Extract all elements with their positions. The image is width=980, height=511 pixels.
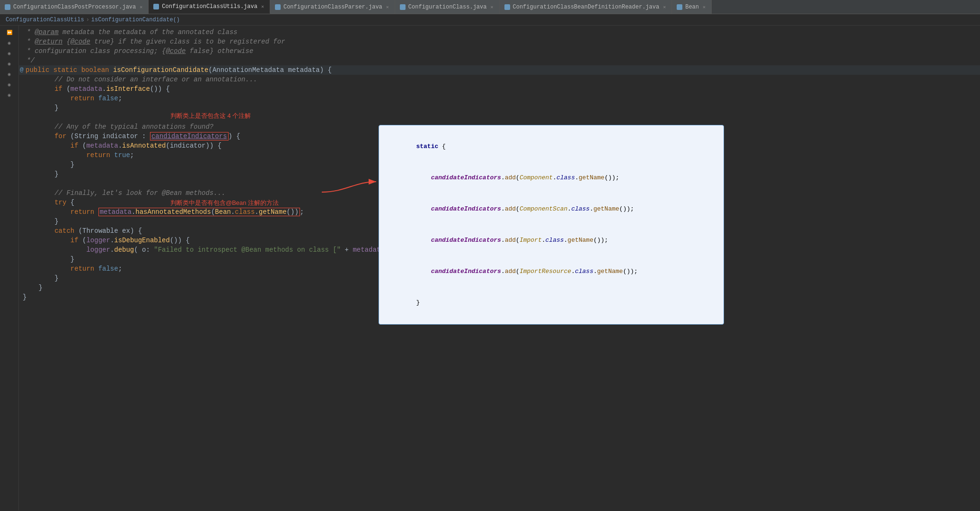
tab-Bean[interactable]: Bean ✕ (672, 0, 712, 14)
tab-label: ConfigurationClassParser.java (283, 4, 382, 10)
tab-close[interactable]: ✕ (260, 4, 265, 9)
tab-label: ConfigurationClassPostProcessor.java (13, 4, 136, 10)
java-file-icon (5, 4, 10, 10)
gutter-icon-7: ◉ (6, 91, 13, 99)
gutter-icon-4: ◉ (6, 60, 13, 68)
breadcrumb-part2: isConfigurationCandidate() (91, 17, 180, 23)
java-file-icon (400, 4, 406, 10)
popup-line-5: candidateIndicators.add(ImportResource.c… (387, 256, 716, 287)
cn-annotation-label-2: 判断类中是否有包含@Bean 注解的方法 (170, 199, 279, 207)
gutter-icon-1: ⏩ (6, 29, 13, 36)
code-line: */ (19, 56, 980, 65)
tab-ConfigurationClassBeanDefinitionReader[interactable]: ConfigurationClassBeanDefinitionReader.j… (500, 0, 672, 14)
popup-line-1: static { (387, 131, 716, 162)
java-file-icon (677, 4, 682, 10)
popup-line-6: } (387, 287, 716, 318)
tab-ConfigurationClassUtils[interactable]: ConfigurationClassUtils.java ✕ (149, 0, 270, 14)
left-gutter: ⏩ ◉ ◉ ◉ ◉ ◉ ◉ (0, 26, 19, 511)
breadcrumb: ConfigurationClassUtils › isConfiguratio… (0, 14, 980, 26)
java-file-icon (153, 4, 159, 9)
popup-line-3: candidateIndicators.add(ComponentScan.cl… (387, 194, 716, 225)
tab-ConfigurationClass[interactable]: ConfigurationClass.java ✕ (395, 0, 500, 14)
tab-ConfigurationClassParser[interactable]: ConfigurationClassParser.java ✕ (270, 0, 395, 14)
tab-close[interactable]: ✕ (489, 4, 494, 10)
gutter-icon-5: ◉ (6, 70, 13, 78)
tab-close[interactable]: ✕ (139, 4, 143, 10)
tab-close[interactable]: ✕ (385, 4, 390, 10)
tab-label: Bean (685, 4, 699, 10)
cn-annotation-label-1: 判断类上是否包含这 4 个注解 (170, 112, 251, 120)
popup-box: static { candidateIndicators.add(Compone… (379, 125, 724, 325)
popup-line-4: candidateIndicators.add(Import.class.get… (387, 225, 716, 256)
editor-container: ⏩ ◉ ◉ ◉ ◉ ◉ ◉ * @param metadata the meta… (0, 26, 980, 511)
gutter-icon-3: ◉ (6, 50, 13, 57)
java-file-icon (275, 4, 281, 10)
tab-close[interactable]: ✕ (702, 4, 706, 10)
tab-label: ConfigurationClass.java (408, 4, 487, 10)
breadcrumb-part1: ConfigurationClassUtils (6, 17, 84, 23)
gutter-icon-2: ◉ (6, 39, 13, 47)
code-line: * configuration class processing; {@code… (19, 46, 980, 56)
gutter-icon-6: ◉ (6, 81, 13, 88)
code-line-method-signature: @ public static boolean isConfigurationC… (19, 65, 980, 75)
code-line (19, 113, 980, 122)
tab-label: ConfigurationClassBeanDefinitionReader.j… (513, 4, 660, 10)
popup-line-2: candidateIndicators.add(Component.class.… (387, 162, 716, 194)
code-line: if (metadata.isInterface()) { (19, 84, 980, 94)
breadcrumb-sep: › (86, 17, 89, 23)
code-line: * @param metadata the metadata of the an… (19, 27, 980, 37)
tab-close[interactable]: ✕ (662, 4, 667, 10)
code-line: return false; (19, 94, 980, 103)
code-line: // Do not consider an interface or an an… (19, 75, 980, 84)
code-line: * @return {@code true} if the given clas… (19, 37, 980, 46)
java-file-icon (504, 4, 510, 10)
tab-bar: ConfigurationClassPostProcessor.java ✕ C… (0, 0, 980, 14)
tab-ConfigurationClassPostProcessor[interactable]: ConfigurationClassPostProcessor.java ✕ (0, 0, 149, 14)
code-area[interactable]: * @param metadata the metadata of the an… (19, 26, 980, 511)
code-line: } (19, 103, 980, 113)
tab-label: ConfigurationClassUtils.java (162, 3, 257, 10)
